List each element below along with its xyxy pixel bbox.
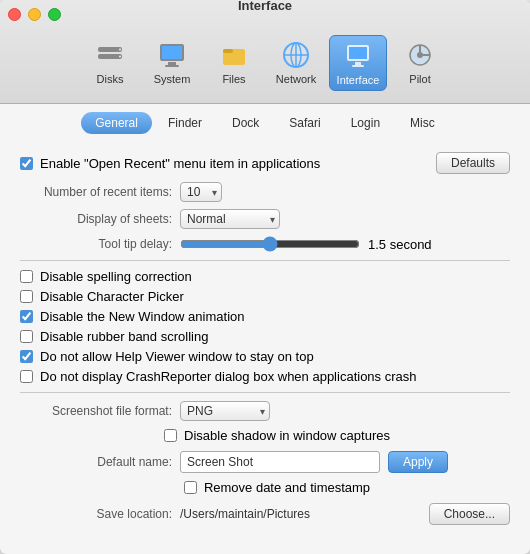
display-sheets-select-wrap: Normal Delay Instant: [180, 209, 280, 229]
svg-rect-16: [355, 62, 361, 65]
remove-date-label: Remove date and timestamp: [204, 480, 370, 495]
svg-rect-9: [223, 49, 233, 53]
choose-button[interactable]: Choose...: [429, 503, 510, 525]
tooltip-slider-container: 1.5 second: [180, 236, 432, 252]
toolbar-item-pilot[interactable]: Pilot: [391, 35, 449, 91]
system-label: System: [154, 73, 191, 85]
help-viewer-label: Do not allow Help Viewer window to stay …: [40, 349, 314, 364]
save-location-label: Save location:: [20, 507, 180, 521]
window-controls: [8, 8, 61, 21]
recent-items-select[interactable]: 5 10 15 20: [180, 182, 222, 202]
toolbar-item-system[interactable]: System: [143, 35, 201, 91]
screenshot-format-row: Screenshot file format: PNG JPEG TIFF PD…: [20, 401, 510, 421]
pilot-label: Pilot: [409, 73, 430, 85]
svg-rect-6: [168, 62, 176, 65]
crash-reporter-label: Do not display CrashReporter dialog box …: [40, 369, 417, 384]
toolbar: Disks System: [81, 31, 449, 97]
network-label: Network: [276, 73, 316, 85]
disks-label: Disks: [97, 73, 124, 85]
svg-rect-15: [349, 47, 367, 59]
disks-icon: [94, 39, 126, 71]
maximize-button[interactable]: [48, 8, 61, 21]
rubber-band-checkbox[interactable]: [20, 330, 33, 343]
svg-rect-7: [165, 65, 179, 67]
svg-point-19: [417, 52, 423, 58]
tab-finder[interactable]: Finder: [154, 112, 216, 134]
remove-date-checkbox[interactable]: [184, 481, 197, 494]
interface-label: Interface: [337, 74, 380, 86]
svg-rect-17: [352, 65, 364, 67]
interface-icon: [342, 40, 374, 72]
tab-dock[interactable]: Dock: [218, 112, 273, 134]
screenshot-format-label: Screenshot file format:: [20, 404, 180, 418]
default-name-row: Default name: Apply: [20, 451, 510, 473]
files-icon: [218, 39, 250, 71]
new-window-anim-checkbox[interactable]: [20, 310, 33, 323]
recent-items-select-wrap: 5 10 15 20: [180, 182, 222, 202]
network-icon: [280, 39, 312, 71]
tab-safari[interactable]: Safari: [275, 112, 334, 134]
enable-open-recent-label: Enable "Open Recent" menu item in applic…: [40, 156, 320, 171]
titlebar: Interface Disks: [0, 0, 530, 104]
apply-button[interactable]: Apply: [388, 451, 448, 473]
defaults-button[interactable]: Defaults: [436, 152, 510, 174]
tooltip-delay-label: Tool tip delay:: [20, 237, 180, 251]
spell-checkbox[interactable]: [20, 270, 33, 283]
help-viewer-checkbox[interactable]: [20, 350, 33, 363]
tab-login[interactable]: Login: [337, 112, 394, 134]
separator-1: [20, 260, 510, 261]
screenshot-format-select-wrap: PNG JPEG TIFF PDF: [180, 401, 270, 421]
tooltip-delay-slider[interactable]: [180, 236, 360, 252]
tooltip-delay-row: Tool tip delay: 1.5 second: [20, 236, 510, 252]
separator-2: [20, 392, 510, 393]
disable-shadow-row: Disable shadow in window captures: [20, 428, 510, 443]
disable-shadow-checkbox[interactable]: [164, 429, 177, 442]
rubber-band-label: Disable rubber band scrolling: [40, 329, 208, 344]
screenshot-format-select[interactable]: PNG JPEG TIFF PDF: [180, 401, 270, 421]
checkbox-char-picker: Disable Character Picker: [20, 289, 510, 304]
svg-rect-5: [162, 46, 182, 59]
spell-label: Disable spelling correction: [40, 269, 192, 284]
display-sheets-row: Display of sheets: Normal Delay Instant: [20, 209, 510, 229]
close-button[interactable]: [8, 8, 21, 21]
svg-rect-1: [98, 54, 122, 59]
char-picker-checkbox[interactable]: [20, 290, 33, 303]
main-window: Interface Disks: [0, 0, 530, 554]
svg-rect-0: [98, 47, 122, 52]
toolbar-item-disks[interactable]: Disks: [81, 35, 139, 91]
enable-open-recent-row: Enable "Open Recent" menu item in applic…: [20, 156, 320, 171]
tab-bar: General Finder Dock Safari Login Misc: [0, 104, 530, 140]
remove-date-row: Remove date and timestamp: [20, 480, 510, 495]
recent-items-label: Number of recent items:: [20, 185, 180, 199]
toolbar-item-files[interactable]: Files: [205, 35, 263, 91]
disable-shadow-check-row: Disable shadow in window captures: [140, 428, 390, 443]
files-label: Files: [222, 73, 245, 85]
crash-reporter-checkbox[interactable]: [20, 370, 33, 383]
checkbox-rubber-band: Disable rubber band scrolling: [20, 329, 510, 344]
window-title: Interface: [238, 0, 292, 13]
toolbar-item-network[interactable]: Network: [267, 35, 325, 91]
svg-rect-3: [119, 56, 121, 58]
char-picker-label: Disable Character Picker: [40, 289, 184, 304]
svg-rect-2: [119, 49, 121, 51]
minimize-button[interactable]: [28, 8, 41, 21]
remove-date-check-row: Remove date and timestamp: [160, 480, 370, 495]
tab-misc[interactable]: Misc: [396, 112, 449, 134]
checkbox-new-window-anim: Disable the New Window animation: [20, 309, 510, 324]
tab-general[interactable]: General: [81, 112, 152, 134]
recent-items-row: Number of recent items: 5 10 15 20: [20, 182, 510, 202]
display-sheets-select[interactable]: Normal Delay Instant: [180, 209, 280, 229]
checkbox-help-viewer: Do not allow Help Viewer window to stay …: [20, 349, 510, 364]
save-location-value: /Users/maintain/Pictures: [180, 507, 429, 521]
checkbox-crash-reporter: Do not display CrashReporter dialog box …: [20, 369, 510, 384]
default-name-label: Default name:: [20, 455, 180, 469]
default-name-input[interactable]: [180, 451, 380, 473]
enable-open-recent-checkbox[interactable]: [20, 157, 33, 170]
content-area: Enable "Open Recent" menu item in applic…: [0, 140, 530, 554]
pilot-icon: [404, 39, 436, 71]
disable-shadow-label: Disable shadow in window captures: [184, 428, 390, 443]
save-location-row: Save location: /Users/maintain/Pictures …: [20, 503, 510, 525]
new-window-anim-label: Disable the New Window animation: [40, 309, 244, 324]
system-icon: [156, 39, 188, 71]
toolbar-item-interface[interactable]: Interface: [329, 35, 387, 91]
